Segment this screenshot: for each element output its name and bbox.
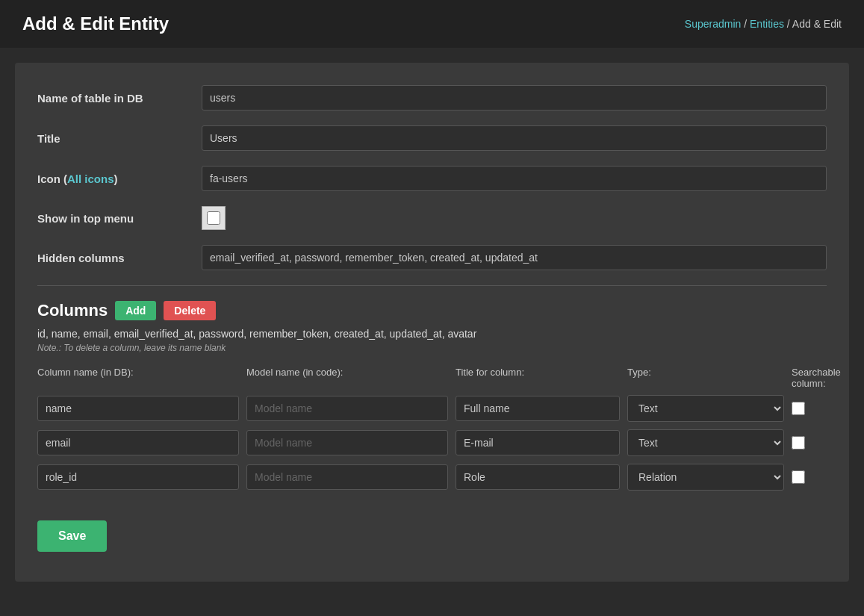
breadcrumb-sep2: / <box>787 18 792 30</box>
icon-input[interactable] <box>202 166 827 191</box>
col-header-type: Type: <box>627 367 784 389</box>
col-searchable-2[interactable] <box>792 436 805 449</box>
title-input[interactable] <box>202 125 827 151</box>
show-top-menu-label: Show in top menu <box>37 212 202 225</box>
breadcrumb-current: Add & Edit <box>792 18 842 30</box>
db-table-label: Name of table in DB <box>37 92 202 105</box>
col-type-select-1[interactable]: Text Relation Number Date Boolean Image <box>627 395 784 422</box>
title-label: Title <box>37 132 202 145</box>
show-top-menu-checkbox[interactable] <box>207 211 220 225</box>
title-row: Title <box>37 125 827 151</box>
columns-section: Columns Add Delete id, name, email, emai… <box>37 301 827 491</box>
header: Add & Edit Entity Superadmin / Entities … <box>0 0 864 48</box>
col-title-input-3[interactable] <box>456 464 620 490</box>
column-row-3: Text Relation Number Date Boolean Image <box>37 464 827 491</box>
columns-note: Note.: To delete a column, leave its nam… <box>37 343 827 353</box>
col-type-select-2[interactable]: Text Relation Number Date Boolean Image <box>627 429 784 456</box>
all-icons-link[interactable]: All icons <box>67 172 114 185</box>
hidden-columns-label: Hidden columns <box>37 252 202 264</box>
column-row-2: Text Relation Number Date Boolean Image <box>37 429 827 456</box>
columns-table-header: Column name (in DB): Model name (in code… <box>37 367 827 389</box>
divider <box>37 285 827 286</box>
col-name-input-2[interactable] <box>37 430 239 455</box>
show-top-menu-checkbox-wrapper[interactable] <box>202 206 226 230</box>
col-header-model: Model name (in code): <box>246 367 448 389</box>
col-name-input-1[interactable] <box>37 396 239 421</box>
col-model-input-2[interactable] <box>246 430 448 455</box>
col-type-select-3[interactable]: Text Relation Number Date Boolean Image <box>627 464 784 491</box>
icon-row: Icon (All icons) <box>37 166 827 191</box>
column-row-1: Text Relation Number Date Boolean Image <box>37 395 827 422</box>
hidden-columns-input[interactable] <box>202 245 827 270</box>
col-title-input-2[interactable] <box>456 430 620 455</box>
breadcrumb-entities[interactable]: Entities <box>750 18 784 30</box>
main-content: Name of table in DB Title Icon (All icon… <box>15 63 849 582</box>
col-model-input-3[interactable] <box>246 464 448 490</box>
col-title-input-1[interactable] <box>456 396 620 421</box>
show-top-menu-row: Show in top menu <box>37 206 827 230</box>
col-model-input-1[interactable] <box>246 396 448 421</box>
columns-list: id, name, email, email_verified_at, pass… <box>37 328 827 340</box>
db-table-row: Name of table in DB <box>37 85 827 111</box>
col-searchable-3[interactable] <box>792 470 805 484</box>
page-title: Add & Edit Entity <box>22 13 169 34</box>
delete-column-button[interactable]: Delete <box>164 301 216 320</box>
db-table-input[interactable] <box>202 85 827 111</box>
add-column-button[interactable]: Add <box>115 301 156 320</box>
icon-label-end: ) <box>114 172 118 185</box>
icon-label-text: Icon ( <box>37 172 67 185</box>
col-header-name: Column name (in DB): <box>37 367 239 389</box>
icon-label: Icon (All icons) <box>37 172 202 185</box>
columns-header: Columns Add Delete <box>37 301 827 320</box>
breadcrumb-sep1: / <box>744 18 750 30</box>
hidden-columns-row: Hidden columns <box>37 245 827 270</box>
breadcrumb-superadmin[interactable]: Superadmin <box>685 18 742 30</box>
columns-title: Columns <box>37 301 108 320</box>
col-name-input-3[interactable] <box>37 464 239 490</box>
col-searchable-1[interactable] <box>792 402 805 415</box>
col-header-searchable: Searchable column: <box>792 367 841 389</box>
save-button[interactable]: Save <box>37 520 107 552</box>
col-header-title: Title for column: <box>456 367 620 389</box>
breadcrumb: Superadmin / Entities / Add & Edit <box>685 18 842 30</box>
